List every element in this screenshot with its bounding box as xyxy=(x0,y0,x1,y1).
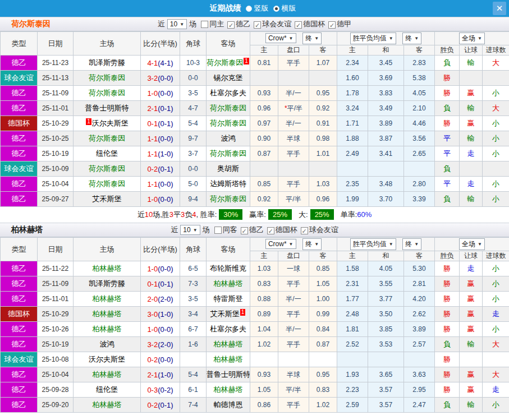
same-venue-label[interactable]: 同客 xyxy=(223,225,237,235)
corner-cell: 3-5 xyxy=(180,86,207,101)
section-header: 柏林赫塔 近 10▼ 场 同客 ✓德乙✓德国杯✓球会友谊 xyxy=(0,223,509,237)
league-label[interactable]: 德乙 xyxy=(236,20,250,28)
league-type-cell: 德乙 xyxy=(1,192,38,207)
handicap-away-odds-cell: 1.00 xyxy=(309,292,337,307)
result-handicap-cell: 輸 xyxy=(460,398,483,413)
team-name: 沃尔夫斯堡 xyxy=(89,355,125,363)
league-checkbox[interactable]: ✓ xyxy=(227,21,235,29)
date-cell: 25-09-27 xyxy=(38,192,74,207)
halftime-score: (0-0) xyxy=(158,89,173,98)
result-goals-cell: 小 xyxy=(483,131,509,146)
handicap-line-cell: 平手 xyxy=(278,56,309,71)
rank-badge: 1 xyxy=(244,58,249,64)
league-checkbox[interactable]: ✓ xyxy=(301,227,308,234)
mean-draw-odds-cell: 4.05 xyxy=(368,261,404,276)
team-name: 艾禾斯堡 xyxy=(210,310,240,318)
league-checkbox[interactable]: ✓ xyxy=(267,227,274,234)
home-team-cell: 纽伦堡 xyxy=(74,382,141,398)
team-name: 普鲁士明斯特 xyxy=(85,104,129,112)
match-row: 德乙25-10-19波鸿3-2(2-0)1-6柏林赫塔1.02平手0.872.5… xyxy=(1,337,509,352)
close-icon[interactable]: ✕ xyxy=(493,2,506,15)
date-cell: 25-11-13 xyxy=(38,71,74,86)
date-cell: 25-11-09 xyxy=(38,86,74,101)
result-goals-cell: 小 xyxy=(483,398,509,413)
mean-time-select[interactable]: 终▼ xyxy=(402,33,421,44)
mean-home-odds-cell xyxy=(337,161,368,177)
vertical-layout-radio[interactable] xyxy=(246,6,252,12)
result-header: 全场▼ xyxy=(435,32,509,45)
full-match-select[interactable]: 全场▼ xyxy=(459,238,485,250)
handicap-home-odds-cell: 0.89 xyxy=(250,307,278,322)
corner-cell: 5-4 xyxy=(180,116,207,131)
score-cell: 1-0(0-0) xyxy=(141,192,180,207)
col-result-wdl: 胜负 xyxy=(435,45,460,56)
result-goals-cell: 小 xyxy=(483,322,509,337)
team-name: 柏林赫塔 xyxy=(214,355,243,363)
fulltime-score: 3-2 xyxy=(147,340,158,349)
match-count-select[interactable]: 10▼ xyxy=(180,225,200,235)
league-type-cell: 德乙 xyxy=(1,101,38,116)
mean-odds-select[interactable]: 胜平负均值▼ xyxy=(350,238,396,250)
league-checkbox[interactable]: ✓ xyxy=(328,21,336,29)
match-row: 德乙25-09-28纽伦堡0-3(0-2)6-1柏林赫塔1.05平/半0.832… xyxy=(1,382,509,398)
league-label[interactable]: 德乙 xyxy=(249,225,264,234)
result-wdl-cell: 勝 xyxy=(435,352,460,367)
dropdown-arrow-icon: ▼ xyxy=(389,242,393,247)
col-result-handicap: 让球 xyxy=(460,251,483,261)
col-mean-away: 客 xyxy=(404,45,435,56)
handicap-away-odds-cell: 0.99 xyxy=(309,307,337,322)
halftime-score: (0-0) xyxy=(158,325,173,334)
handicap-line-cell xyxy=(278,352,309,367)
match-count-select[interactable]: 10▼ xyxy=(167,19,187,29)
vertical-layout-label[interactable]: 竖版 xyxy=(254,3,269,13)
result-goals-cell: 走 xyxy=(483,382,509,398)
team-name: 普鲁士明斯特 xyxy=(207,370,250,379)
handicap-home-odds-cell: 0.85 xyxy=(250,177,278,192)
result-goals-cell: 小 xyxy=(483,146,509,161)
handicap-away-odds-cell: 0.95 xyxy=(309,367,337,382)
same-venue-checkbox[interactable] xyxy=(214,227,222,234)
mean-odds-select[interactable]: 胜平负均值▼ xyxy=(350,33,396,44)
handicap-home-odds-cell: 1.02 xyxy=(250,337,278,352)
league-label[interactable]: 球会友谊 xyxy=(309,225,338,234)
league-checkbox[interactable]: ✓ xyxy=(254,21,261,29)
halftime-score: (0-0) xyxy=(158,135,173,143)
mean-draw-odds-cell: 3.55 xyxy=(368,276,404,292)
dropdown-arrow-icon: ▼ xyxy=(478,242,482,247)
score-cell: 3-2(2-0) xyxy=(141,337,180,352)
horizontal-layout-label[interactable]: 横版 xyxy=(282,3,296,13)
matches-label: 场 xyxy=(203,225,210,235)
horizontal-layout-radio[interactable] xyxy=(273,6,279,12)
date-cell: 25-11-09 xyxy=(38,276,74,292)
mean-draw-odds-cell: 3.41 xyxy=(368,146,404,161)
league-checkbox[interactable]: ✓ xyxy=(295,21,302,29)
result-handicap-cell: 赢 xyxy=(460,292,483,307)
handicap-line-cell: 平手 xyxy=(278,276,309,292)
col-score: 比分(半场) xyxy=(141,238,180,261)
handicap-away-odds-cell: 0.96 xyxy=(309,192,337,207)
odds-time-select[interactable]: 终▼ xyxy=(302,238,322,250)
league-label[interactable]: 球会友谊 xyxy=(262,20,291,28)
mean-home-odds-cell: 3.24 xyxy=(337,101,368,116)
handicap-line-cell xyxy=(278,71,309,86)
col-date: 日期 xyxy=(38,32,74,56)
score-cell: 2-0(2-0) xyxy=(141,292,180,307)
mean-time-select[interactable]: 终▼ xyxy=(402,238,421,250)
handicap-home-odds-cell: 0.93 xyxy=(250,367,278,382)
full-match-select[interactable]: 全场▼ xyxy=(459,33,485,44)
same-venue-label[interactable]: 同主 xyxy=(209,19,224,29)
same-venue-checkbox[interactable] xyxy=(201,21,208,28)
away-team-cell: 柏林赫塔 xyxy=(207,352,250,367)
bookmaker-select[interactable]: Crow*▼ xyxy=(265,239,296,249)
odds-time-select[interactable]: 终▼ xyxy=(302,33,322,44)
bookmaker-header: Crow*▼ 终▼ xyxy=(250,238,337,251)
league-label[interactable]: 德甲 xyxy=(337,20,351,28)
result-handicap-cell: 赢 xyxy=(460,322,483,337)
mean-away-odds-cell: 2.95 xyxy=(404,382,435,398)
league-checkbox[interactable]: ✓ xyxy=(241,227,248,234)
result-wdl-cell: 平 xyxy=(435,146,460,161)
bookmaker-select[interactable]: Crow*▼ xyxy=(265,33,296,43)
league-label[interactable]: 德国杯 xyxy=(303,20,325,28)
league-label[interactable]: 德国杯 xyxy=(276,225,297,234)
date-cell: 25-09-28 xyxy=(38,382,74,398)
